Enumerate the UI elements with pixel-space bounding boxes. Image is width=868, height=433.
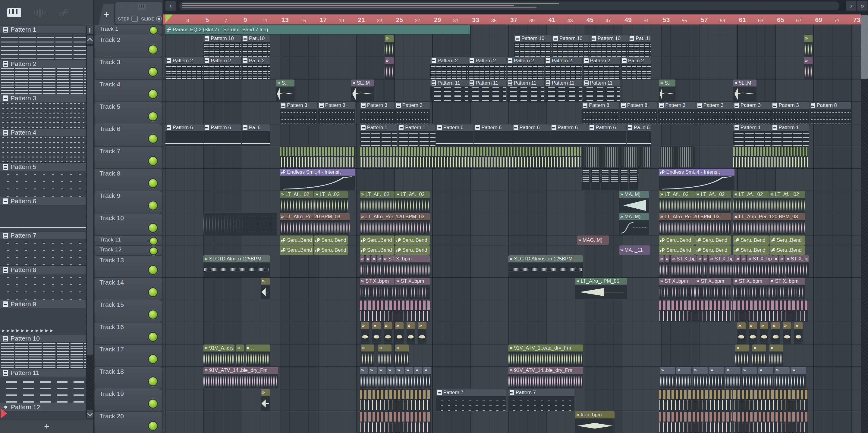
mute-led[interactable] — [148, 265, 158, 275]
audio-clip[interactable]: » — [371, 255, 376, 277]
pattern-item[interactable]: Pattern 8 — [0, 266, 86, 300]
pattern-clip[interactable]: Pattern 2 — [468, 57, 506, 79]
track-lane[interactable]: Endless Smi..4 - IntensitEndless Smi..4 … — [163, 169, 861, 191]
mute-led[interactable] — [148, 156, 158, 166]
automation-clip[interactable]: Endless Smi..4 - Intensit — [280, 169, 355, 190]
track-header[interactable]: Track 19... — [94, 389, 163, 411]
audio-clip[interactable]: »LT_Af.._02 — [695, 191, 731, 212]
mute-led[interactable] — [148, 223, 158, 233]
audio-clip[interactable]: » — [741, 255, 745, 277]
pattern-clip[interactable]: Pattern 10 — [590, 35, 628, 57]
audio-clip[interactable]: »LT_Af.._02 — [280, 191, 313, 212]
audio-clip[interactable]: »ST X..bpm — [709, 255, 735, 277]
horizontal-scroll-thumb[interactable] — [179, 1, 839, 10]
mute-led[interactable] — [148, 421, 158, 431]
audio-clip[interactable]: »S.. — [659, 79, 675, 101]
audio-clip[interactable]: » — [361, 344, 374, 366]
pattern-clip[interactable]: Pa..n 2 — [242, 57, 270, 79]
slide-icon[interactable] — [129, 4, 135, 10]
pattern-clip[interactable]: Pattern 11 — [545, 79, 582, 101]
track-lane[interactable]: »S..»SL..MPattern 11Pattern 11Pattern 11… — [163, 79, 861, 102]
track-name[interactable]: Track 17 — [99, 346, 124, 353]
audio-clip[interactable]: »MA.._11 — [619, 245, 650, 255]
audio-clip[interactable]: » — [361, 322, 369, 344]
track-lane[interactable]: »Pattern 7Pattern 7 — [163, 389, 861, 411]
audio-clip[interactable]: » — [372, 322, 381, 344]
audio-clip[interactable]: » — [423, 367, 431, 389]
audio-clip[interactable]: »91V_ATV_14..ble_dry_Fm — [508, 367, 583, 389]
track-name[interactable]: Track 4 — [99, 81, 120, 88]
track-name[interactable]: Track 8 — [99, 170, 120, 177]
pattern-clip[interactable]: Pat..10 — [628, 35, 651, 57]
automation-clip[interactable]: Endless Smi..4 - Intensit — [659, 169, 735, 190]
mute-led[interactable] — [148, 67, 158, 77]
pattern-list-scrollbar[interactable] — [86, 26, 93, 419]
audio-clip[interactable]: »LT_A..02 — [314, 191, 348, 212]
track-lane[interactable] — [163, 146, 861, 169]
audio-clip[interactable]: » — [692, 367, 708, 389]
audio-clip[interactable] — [360, 146, 581, 168]
pattern-item[interactable]: Pattern 1 — [0, 26, 86, 60]
pattern-item[interactable]: Pattern 10 — [0, 335, 86, 369]
track-lane[interactable]: Pattern 3Pattern 3Pattern 3Pattern 3Patt… — [163, 102, 861, 124]
audio-clip[interactable]: » — [758, 367, 773, 389]
audio-clip[interactable]: » — [737, 322, 746, 344]
track-lane[interactable]: Param. EQ 2 (Slot 7) - Serum - Band 7 fr… — [163, 25, 861, 35]
pattern-item[interactable]: Pattern 5 — [0, 163, 86, 197]
audio-clip[interactable]: »LT_Afro_Per..120 BPM_03 — [360, 213, 430, 235]
audio-clip[interactable]: » — [396, 367, 404, 389]
pattern-clip[interactable]: Pattern 6 — [550, 124, 588, 146]
track-name[interactable]: Track 3 — [99, 58, 120, 66]
pattern-clip[interactable]: Pattern 2 — [545, 57, 582, 79]
audio-clip[interactable]: »LT_Afro_Pe..20 BPM_03 — [659, 213, 731, 235]
track-name[interactable]: Track 14 — [99, 279, 124, 286]
mute-led[interactable] — [148, 111, 158, 121]
track-header[interactable]: Track 13... — [94, 255, 163, 278]
audio-clip[interactable]: » — [366, 255, 370, 277]
track-lane[interactable]: »LT_Af.._02»LT_A..02»LT_Af.._02»LT_Af.._… — [163, 191, 861, 213]
track-lane[interactable]: Pattern 10Pat..10»Pattern 10Pattern 10Pa… — [163, 35, 861, 57]
audio-clip[interactable]: »ST X..bpm — [360, 278, 395, 299]
pattern-clip[interactable]: Pa..n 6 — [627, 124, 651, 146]
waveform-icon[interactable] — [34, 8, 46, 18]
audio-clip[interactable] — [733, 411, 808, 433]
audio-clip[interactable]: » — [378, 367, 386, 389]
track-name[interactable]: Track 6 — [99, 125, 120, 132]
automation-clip[interactable]: Seru..Bend — [659, 245, 694, 255]
automation-clip[interactable]: Seru..Bend — [770, 235, 805, 245]
audio-clip[interactable]: »ST X..bpm — [695, 278, 731, 299]
pattern-clip[interactable]: Pattern 3 — [696, 102, 733, 124]
track-lane[interactable]: »»»»»»»»»»»» — [163, 322, 861, 344]
track-header[interactable]: Track 3... — [94, 57, 163, 79]
pattern-clip[interactable]: Pattern 3 — [395, 102, 430, 124]
audio-clip[interactable]: »ST X..bpm — [770, 278, 805, 299]
audio-clip[interactable]: »SL..M — [351, 79, 374, 101]
track-name[interactable]: Track 9 — [99, 192, 120, 199]
audio-clip[interactable] — [360, 411, 431, 433]
audio-clip[interactable]: »SLCTD Atmos..in 125BPM — [508, 255, 583, 277]
audio-clip[interactable]: » — [405, 367, 413, 389]
pattern-item[interactable]: Pattern 7 — [0, 232, 86, 266]
pattern-clip[interactable]: Pattern 10 — [552, 35, 590, 57]
audio-clip[interactable] — [280, 146, 355, 168]
pattern-clip[interactable]: Pa..6 — [242, 124, 270, 146]
automation-clip[interactable]: Seru..Bend — [395, 245, 430, 255]
pattern-clip[interactable]: Pattern 1 — [398, 124, 435, 146]
automation-clip[interactable]: Seru..Bend — [314, 235, 348, 245]
playhead-marker[interactable] — [165, 14, 173, 23]
audio-clip[interactable] — [659, 300, 732, 322]
track-lane[interactable] — [163, 300, 861, 322]
audio-clip[interactable]: » — [360, 255, 364, 277]
audio-clip[interactable]: » — [387, 367, 395, 389]
audio-clip[interactable]: » — [775, 367, 789, 389]
pattern-clip[interactable]: Pattern 3 — [318, 102, 355, 124]
audio-clip[interactable]: »LT_Af.._02 — [395, 191, 430, 212]
track-name[interactable]: Track 5 — [99, 103, 120, 110]
automation-clip[interactable]: Seru..Bend — [280, 245, 313, 255]
pattern-clip[interactable]: Pa..n 2 — [621, 57, 651, 79]
pattern-clip[interactable]: Pattern 10 — [514, 35, 552, 57]
pattern-clip[interactable]: Pattern 3 — [733, 102, 771, 124]
track-header[interactable]: Track 9... — [94, 191, 163, 213]
audio-clip[interactable]: » — [676, 367, 691, 389]
scroll-right-button[interactable]: › — [846, 1, 857, 11]
